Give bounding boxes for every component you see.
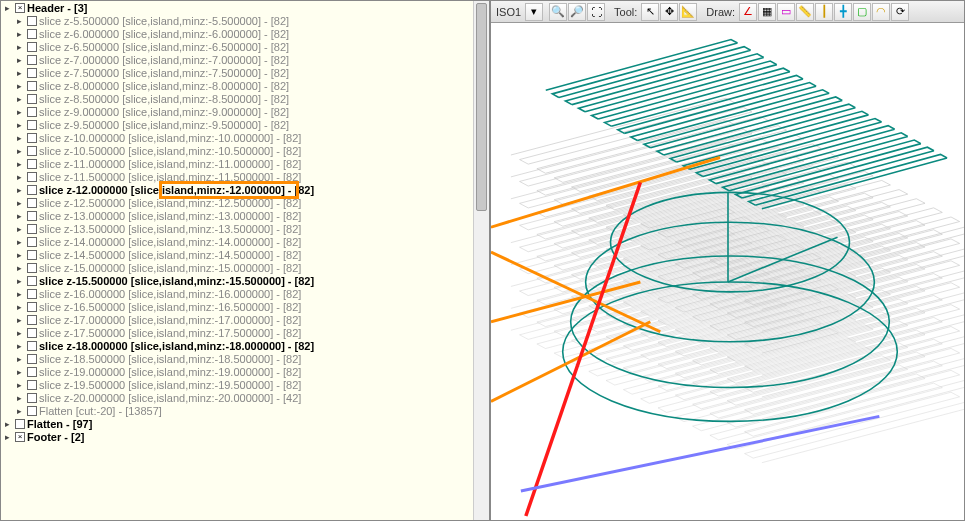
expand-arrow-icon[interactable]: ▸ — [5, 432, 15, 442]
expand-arrow-icon[interactable]: ▸ — [17, 29, 27, 39]
measure-tool-icon[interactable]: 📐 — [679, 3, 697, 21]
tree-slice-4[interactable]: ▸slice z-7.500000 [slice,island,minz:-7.… — [1, 66, 489, 79]
tree-slice-29[interactable]: ▸slice z-20.000000 [slice,island,minz:-2… — [1, 391, 489, 404]
tree-slice-7[interactable]: ▸slice z-9.000000 [slice,island,minz:-9.… — [1, 105, 489, 118]
tree-slice-12[interactable]: ▸slice z-11.500000 [slice,island,minz:-1… — [1, 170, 489, 183]
tree-slice-26[interactable]: ▸slice z-18.500000 [slice,island,minz:-1… — [1, 352, 489, 365]
expand-arrow-icon[interactable]: ▸ — [17, 380, 27, 390]
checkbox[interactable] — [27, 42, 37, 52]
expand-arrow-icon[interactable]: ▸ — [17, 42, 27, 52]
tree-slice-2[interactable]: ▸slice z-6.500000 [slice,island,minz:-6.… — [1, 40, 489, 53]
checkbox[interactable] — [27, 237, 37, 247]
expand-arrow-icon[interactable]: ▸ — [17, 172, 27, 182]
draw-rect-icon[interactable]: ▭ — [777, 3, 795, 21]
checkbox[interactable] — [27, 328, 37, 338]
expand-arrow-icon[interactable]: ▸ — [17, 55, 27, 65]
tree-slice-0[interactable]: ▸slice z-5.500000 [slice,island,minz:-5.… — [1, 14, 489, 27]
checkbox[interactable] — [27, 393, 37, 403]
tree-slice-22[interactable]: ▸slice z-16.500000 [slice,island,minz:-1… — [1, 300, 489, 313]
draw-arc-icon[interactable]: ◠ — [872, 3, 890, 21]
checkbox[interactable] — [27, 211, 37, 221]
tree-slice-23[interactable]: ▸slice z-17.000000 [slice,island,minz:-1… — [1, 313, 489, 326]
cursor-tool-icon[interactable]: ↖ — [641, 3, 659, 21]
draw-line-icon[interactable]: ∠ — [739, 3, 757, 21]
checkbox[interactable] — [15, 3, 25, 13]
expand-arrow-icon[interactable]: ▸ — [17, 16, 27, 26]
checkbox[interactable] — [15, 419, 25, 429]
draw-ref2-icon[interactable]: ╋ — [834, 3, 852, 21]
tree-slice-17[interactable]: ▸slice z-14.000000 [slice,island,minz:-1… — [1, 235, 489, 248]
checkbox[interactable] — [27, 94, 37, 104]
draw-ruler-icon[interactable]: 📏 — [796, 3, 814, 21]
checkbox[interactable] — [27, 315, 37, 325]
tree-flatten[interactable]: ▸Flatten - [97] — [1, 417, 489, 430]
viewport-canvas[interactable] — [491, 23, 964, 520]
expand-arrow-icon[interactable]: ▸ — [17, 224, 27, 234]
checkbox[interactable] — [27, 406, 37, 416]
expand-arrow-icon[interactable]: ▸ — [17, 185, 27, 195]
checkbox[interactable] — [27, 133, 37, 143]
tree-slice-20[interactable]: ▸slice z-15.500000 [slice,island,minz:-1… — [1, 274, 489, 287]
tree-slice-11[interactable]: ▸slice z-11.000000 [slice,island,minz:-1… — [1, 157, 489, 170]
tree-slice-14[interactable]: ▸slice z-12.500000 [slice,island,minz:-1… — [1, 196, 489, 209]
checkbox[interactable] — [27, 354, 37, 364]
expand-arrow-icon[interactable]: ▸ — [17, 354, 27, 364]
tree-slice-24[interactable]: ▸slice z-17.500000 [slice,island,minz:-1… — [1, 326, 489, 339]
checkbox[interactable] — [27, 276, 37, 286]
checkbox[interactable] — [27, 185, 37, 195]
expand-arrow-icon[interactable]: ▸ — [17, 341, 27, 351]
checkbox[interactable] — [27, 224, 37, 234]
iso-menu-button[interactable]: ▾ — [525, 3, 543, 21]
checkbox[interactable] — [27, 68, 37, 78]
checkbox[interactable] — [27, 250, 37, 260]
tree-header[interactable]: ▸Header - [3] — [1, 1, 489, 14]
checkbox[interactable] — [27, 107, 37, 117]
tree-slice-27[interactable]: ▸slice z-19.000000 [slice,island,minz:-1… — [1, 365, 489, 378]
expand-arrow-icon[interactable]: ▸ — [17, 211, 27, 221]
tree-slice-5[interactable]: ▸slice z-8.000000 [slice,island,minz:-8.… — [1, 79, 489, 92]
checkbox[interactable] — [27, 16, 37, 26]
expand-arrow-icon[interactable]: ▸ — [17, 276, 27, 286]
expand-arrow-icon[interactable]: ▸ — [17, 68, 27, 78]
tree-slice-18[interactable]: ▸slice z-14.500000 [slice,island,minz:-1… — [1, 248, 489, 261]
checkbox[interactable] — [27, 198, 37, 208]
tree-slice-3[interactable]: ▸slice z-7.000000 [slice,island,minz:-7.… — [1, 53, 489, 66]
tree-slice-25[interactable]: ▸slice z-18.000000 [slice,island,minz:-1… — [1, 339, 489, 352]
checkbox[interactable] — [27, 55, 37, 65]
tree-slice-16[interactable]: ▸slice z-13.500000 [slice,island,minz:-1… — [1, 222, 489, 235]
checkbox[interactable] — [27, 172, 37, 182]
expand-arrow-icon[interactable]: ▸ — [17, 94, 27, 104]
tree-slice-1[interactable]: ▸slice z-6.000000 [slice,island,minz:-6.… — [1, 27, 489, 40]
checkbox[interactable] — [27, 159, 37, 169]
checkbox[interactable] — [27, 263, 37, 273]
checkbox[interactable] — [27, 341, 37, 351]
expand-arrow-icon[interactable]: ▸ — [17, 263, 27, 273]
expand-arrow-icon[interactable]: ▸ — [17, 81, 27, 91]
checkbox[interactable] — [27, 120, 37, 130]
expand-arrow-icon[interactable]: ▸ — [5, 419, 15, 429]
checkbox[interactable] — [27, 146, 37, 156]
expand-arrow-icon[interactable]: ▸ — [17, 159, 27, 169]
expand-arrow-icon[interactable]: ▸ — [17, 133, 27, 143]
tree-slice-6[interactable]: ▸slice z-8.500000 [slice,island,minz:-8.… — [1, 92, 489, 105]
tree-flatten-cut[interactable]: ▸Flatten [cut:-20] - [13857] — [1, 404, 489, 417]
draw-grid-icon[interactable]: ▦ — [758, 3, 776, 21]
expand-arrow-icon[interactable]: ▸ — [17, 237, 27, 247]
tree-slice-9[interactable]: ▸slice z-10.000000 [slice,island,minz:-1… — [1, 131, 489, 144]
expand-arrow-icon[interactable]: ▸ — [17, 367, 27, 377]
checkbox[interactable] — [27, 302, 37, 312]
expand-arrow-icon[interactable]: ▸ — [17, 302, 27, 312]
pan-tool-icon[interactable]: ✥ — [660, 3, 678, 21]
expand-arrow-icon[interactable]: ▸ — [17, 289, 27, 299]
draw-ref1-icon[interactable]: ┃ — [815, 3, 833, 21]
expand-arrow-icon[interactable]: ▸ — [17, 107, 27, 117]
tree-slice-28[interactable]: ▸slice z-19.500000 [slice,island,minz:-1… — [1, 378, 489, 391]
expand-arrow-icon[interactable]: ▸ — [17, 328, 27, 338]
checkbox[interactable] — [27, 367, 37, 377]
checkbox[interactable] — [27, 81, 37, 91]
checkbox[interactable] — [27, 380, 37, 390]
zoom-out-icon[interactable]: 🔎 — [568, 3, 586, 21]
checkbox[interactable] — [27, 29, 37, 39]
zoom-in-icon[interactable]: 🔍 — [549, 3, 567, 21]
tree-panel[interactable]: ▸Header - [3]▸slice z-5.500000 [slice,is… — [1, 1, 491, 520]
